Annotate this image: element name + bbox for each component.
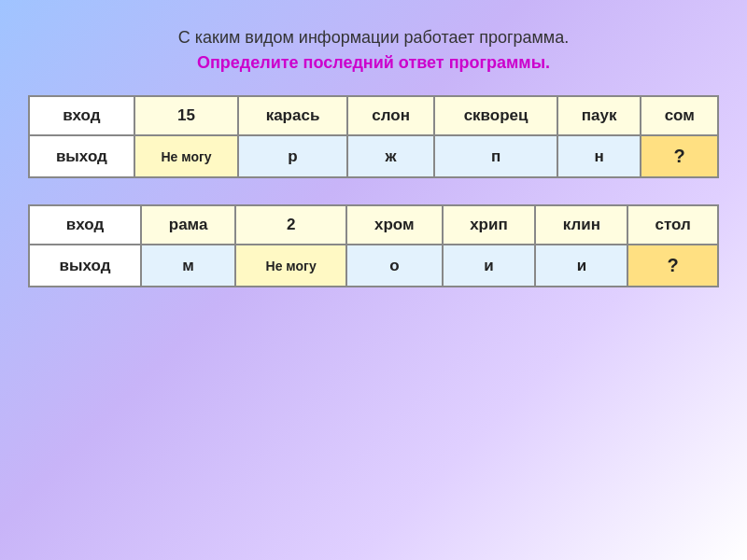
table1: вход 15 карась слон скворец паук сом вых… [28, 95, 719, 178]
table-row: вход 15 карась слон скворец паук сом [29, 96, 718, 135]
table2-wrapper: вход рама 2 хром хрип клин стол выход м … [28, 204, 719, 287]
t1-r2-c3: р [238, 135, 346, 177]
t2-r1-c4: хром [346, 205, 443, 245]
title-line1: С каким видом информации работает програ… [178, 28, 570, 48]
table-row: выход Не могу р ж п н ? [29, 135, 718, 177]
t2-r2-c2: м [141, 245, 235, 287]
t2-r2-c3: Не могу [235, 245, 346, 287]
title-line2: Определите последний ответ программы. [178, 53, 570, 73]
t1-r1-c6: паук [557, 96, 641, 135]
t1-r2-c1: выход [29, 135, 134, 177]
t2-r1-c3: 2 [235, 205, 346, 245]
t2-r2-c4: о [346, 245, 443, 287]
t1-r1-c2: 15 [134, 96, 239, 135]
t1-r2-c2: Не могу [134, 135, 239, 177]
t2-r1-c7: стол [627, 205, 718, 245]
t2-r2-c5: и [443, 245, 536, 287]
t1-r1-c3: карась [238, 96, 346, 135]
table1-wrapper: вход 15 карась слон скворец паук сом вых… [28, 95, 719, 178]
t1-r2-c6: н [557, 135, 641, 177]
t1-r1-c5: скворец [434, 96, 557, 135]
t2-r1-c1: вход [29, 205, 141, 245]
t1-r2-c5: п [434, 135, 557, 177]
t1-r1-c7: сом [641, 96, 718, 135]
title-block: С каким видом информации работает програ… [178, 28, 570, 73]
t2-r2-c7: ? [627, 245, 718, 287]
t2-r2-c6: и [535, 245, 627, 287]
table-row: выход м Не могу о и и ? [29, 245, 718, 287]
t1-r2-c4: ж [347, 135, 435, 177]
table-row: вход рама 2 хром хрип клин стол [29, 205, 718, 245]
t1-r1-c1: вход [29, 96, 134, 135]
table2: вход рама 2 хром хрип клин стол выход м … [28, 204, 719, 287]
t1-r2-c7: ? [641, 135, 718, 177]
t1-r1-c4: слон [347, 96, 435, 135]
t2-r1-c6: клин [535, 205, 627, 245]
t2-r1-c2: рама [141, 205, 235, 245]
t2-r2-c1: выход [29, 245, 141, 287]
t2-r1-c5: хрип [443, 205, 536, 245]
